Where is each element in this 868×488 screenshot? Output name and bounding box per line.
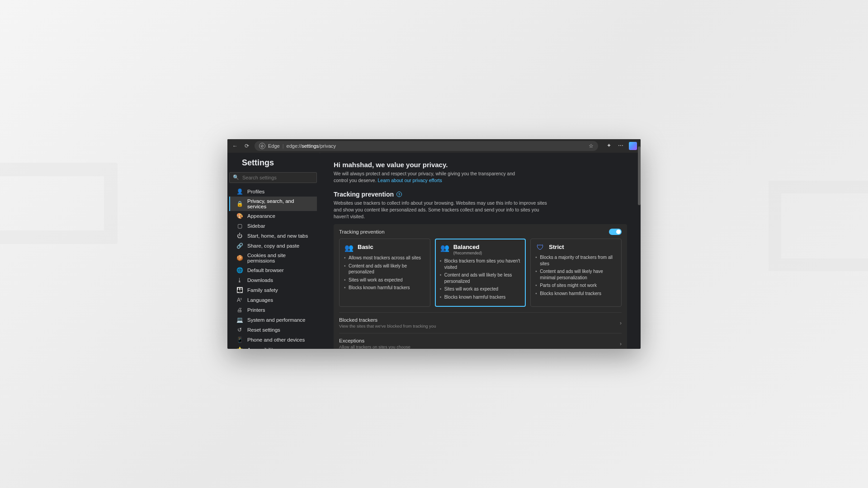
nav-label: Appearance [247,213,275,219]
nav-icon: 👪 [236,287,243,293]
favorite-icon[interactable]: ☆ [589,143,594,149]
tracking-card: Tracking prevention 👥BasicAllows most tr… [334,224,627,349]
level-bullet: Blocks known harmful trackers [440,294,521,300]
sidebar-item-phone-and-other-devices[interactable]: 📱Phone and other devices [229,335,317,345]
site-identity-icon[interactable]: ⊘ [259,143,265,149]
blocked-trackers-sub: View the sites that we've blocked from t… [339,324,436,328]
nav-icon: 🍪 [236,255,243,261]
exceptions-row[interactable]: Exceptions Allow all trackers on sites y… [339,334,622,349]
collections-icon[interactable]: ✦ [605,142,613,149]
search-input[interactable] [229,172,317,183]
address-bar[interactable]: ⊘ Edge | edge://settings/privacy ☆ [255,141,598,151]
url-path: /privacy [319,143,336,149]
nav-label: Printers [247,307,265,313]
level-recommended-badge: (Recommended) [453,251,482,255]
level-icon: 👥 [440,244,450,252]
nav-label: System and performance [247,317,305,323]
nav-label: Default browser [247,267,284,273]
sidebar-item-default-browser[interactable]: 🌐Default browser [229,265,317,275]
sidebar-title: Settings [242,158,313,168]
tracking-level-strict[interactable]: 🛡StrictBlocks a majority of trackers fro… [530,239,622,307]
site-label: Edge [268,143,280,149]
back-button[interactable]: ← [231,142,239,150]
nav-icon: Aᵗ [236,297,243,303]
level-icon: 🛡 [535,244,545,252]
sidebar-item-family-safety[interactable]: 👪Family safety [229,285,317,295]
level-bullet: Parts of sites might not work [535,282,617,289]
search-icon: 🔍 [233,174,239,180]
exceptions-sub: Allow all trackers on sites you choose [339,344,410,349]
level-bullet: Content and ads will likely be personali… [344,263,425,275]
nav-icon: ⏻ [236,233,243,239]
browser-toolbar: ← ⟳ ⊘ Edge | edge://settings/privacy ☆ ✦… [227,139,641,153]
nav-icon: ⭐ [236,347,243,349]
level-name: Strict [549,244,564,250]
level-name: Balanced [453,244,482,250]
tracking-toggle[interactable] [609,229,622,235]
sidebar-item-languages[interactable]: AᵗLanguages [229,295,317,305]
nav-label: Privacy, search, and services [247,198,313,209]
blocked-trackers-row[interactable]: Blocked trackers View the sites that we'… [339,314,622,332]
tracking-toggle-label: Tracking prevention [339,229,385,235]
tracking-level-balanced[interactable]: 👥Balanced(Recommended)Blocks trackers fr… [435,239,526,307]
refresh-button[interactable]: ⟳ [243,142,251,150]
sidebar-item-sidebar[interactable]: ▢Sidebar [229,221,317,231]
tracking-level-basic[interactable]: 👥BasicAllows most trackers across all si… [339,239,430,307]
level-bullet: Blocks a majority of trackers from all s… [535,254,617,267]
copilot-icon[interactable] [629,142,637,150]
sidebar-item-cookies-and-site-permissions[interactable]: 🍪Cookies and site permissions [229,251,317,265]
nav-icon: 💻 [236,317,243,323]
nav-icon: ⭳ [236,277,243,283]
nav-icon: 🌐 [236,267,243,273]
page-title: Hi mahshad, we value your privacy. [334,161,627,169]
nav-label: Sidebar [247,223,265,229]
level-bullet: Content and ads will likely have minimal… [535,268,617,281]
nav-label: Phone and other devices [247,337,305,343]
nav-label: Family safety [247,287,278,293]
sidebar-item-printers[interactable]: 🖨Printers [229,305,317,315]
nav-icon: 🎨 [236,213,243,219]
settings-main: Hi mahshad, we value your privacy. We wi… [320,153,641,349]
info-icon[interactable]: ? [396,192,402,197]
nav-label: Start, home, and new tabs [247,233,308,239]
nav-icon: 🔒 [236,201,243,207]
level-bullet: Blocks trackers from sites you haven't v… [440,258,521,270]
nav-label: Profiles [247,189,264,194]
sidebar-item-system-and-performance[interactable]: 💻System and performance [229,315,317,325]
sidebar-item-start-home-and-new-tabs[interactable]: ⏻Start, home, and new tabs [229,231,317,241]
nav-icon: 📱 [236,337,243,343]
nav-label: Accessibility [247,347,276,349]
nav-icon: 👤 [236,188,243,195]
exceptions-title: Exceptions [339,338,410,343]
scrollbar[interactable] [638,146,641,345]
sidebar-item-share-copy-and-paste[interactable]: 🔗Share, copy and paste [229,241,317,251]
url-scheme: edge:// [287,143,302,149]
sidebar-item-reset-settings[interactable]: ↺Reset settings [229,325,317,335]
nav-icon: 🔗 [236,243,243,249]
level-bullet: Blocks known harmful trackers [535,291,617,297]
level-bullet: Sites will work as expected [344,277,425,283]
url-host: settings [302,143,319,149]
tracking-section-title: Tracking prevention [334,191,394,198]
sidebar-item-privacy-search-and-services[interactable]: 🔒Privacy, search, and services [229,197,317,211]
settings-sidebar: Settings 🔍 👤Profiles🔒Privacy, search, an… [227,153,320,349]
chevron-right-icon: › [620,341,622,347]
nav-icon: ▢ [236,223,243,229]
privacy-efforts-link[interactable]: Learn about our privacy efforts [377,178,442,183]
chevron-right-icon: › [620,320,622,326]
more-menu-icon[interactable]: ⋯ [617,142,624,149]
nav-label: Downloads [247,277,273,283]
nav-icon: 🖨 [236,307,243,313]
page-subtitle: We will always protect and respect your … [334,170,524,183]
sidebar-item-appearance[interactable]: 🎨Appearance [229,211,317,221]
blocked-trackers-title: Blocked trackers [339,317,436,323]
browser-window: ← ⟳ ⊘ Edge | edge://settings/privacy ☆ ✦… [227,139,641,349]
sidebar-item-profiles[interactable]: 👤Profiles [229,187,317,197]
sidebar-item-downloads[interactable]: ⭳Downloads [229,275,317,285]
nav-label: Reset settings [247,327,280,333]
nav-icon: ↺ [236,327,243,333]
level-name: Basic [358,244,373,250]
nav-label: Languages [247,297,273,303]
sidebar-item-accessibility[interactable]: ⭐Accessibility [229,345,317,349]
level-bullet: Blocks known harmful trackers [344,285,425,291]
